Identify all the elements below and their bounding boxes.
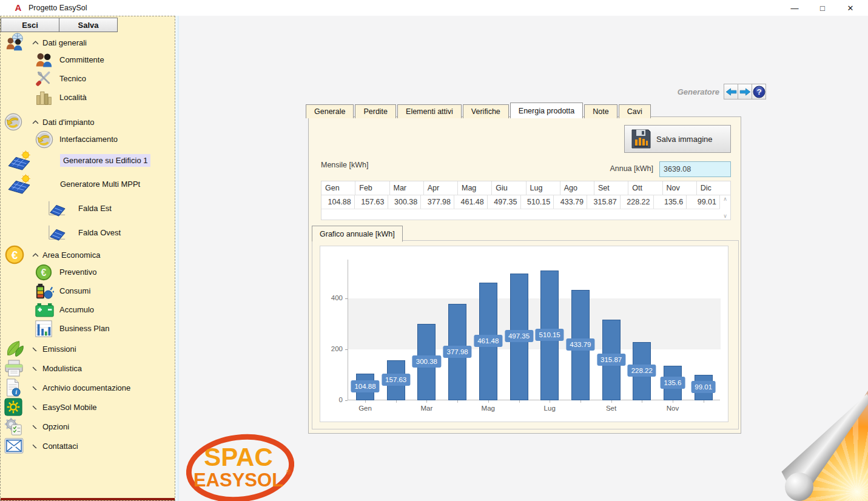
sidebar-section-archivio-documentazione: iArchivio documentazione: [1, 378, 175, 397]
curl-roll-end: [785, 472, 813, 501]
euro-green-icon: €: [35, 263, 55, 281]
chevron-down-icon[interactable]: [32, 386, 42, 390]
envelope-icon: [4, 437, 32, 454]
y-axis-tick-label: 0: [320, 396, 343, 403]
sidebar-item-dati-generali[interactable]: Dati generali: [1, 35, 175, 50]
tab-verifiche[interactable]: Verifiche: [463, 104, 509, 118]
chevron-down-icon[interactable]: [32, 405, 42, 409]
column-header: Ago: [560, 181, 594, 195]
sidebar-item-localit[interactable]: Località: [1, 88, 175, 107]
annual-chart-tab-label: Grafico annuale [kWh]: [320, 230, 395, 238]
tab-generale[interactable]: Generale: [306, 104, 354, 118]
sidebar-item-generatore-su-edificio-1[interactable]: Generatore su Edificio 1: [1, 149, 175, 172]
sidebar-item-label: Generatore Multi MPPt: [60, 180, 140, 189]
tab-cavi[interactable]: Cavi: [619, 104, 651, 118]
sidebar-item-falda-est[interactable]: Falda Est: [1, 196, 175, 220]
page-curl-decoration: [777, 388, 868, 501]
table-header-row: GenFebMarAprMagGiuLugAgoSetOttNovDic: [321, 181, 730, 195]
chevron-up-icon[interactable]: [32, 253, 42, 257]
chevron-up-icon[interactable]: [32, 120, 42, 124]
previous-generator-button[interactable]: [724, 84, 738, 99]
window-close-button[interactable]: ✕: [836, 1, 864, 15]
scroll-down-icon[interactable]: ∨: [723, 214, 727, 218]
bar-chart-icon: [35, 320, 55, 338]
x-axis-tick: [642, 400, 642, 403]
bar-value-label: 497.35: [505, 330, 533, 342]
annual-bar-chart: 0200400104.88Gen157.63300.38Mar377.98461…: [320, 246, 728, 422]
chevron-down-icon[interactable]: [32, 425, 42, 429]
annual-chart-tab[interactable]: Grafico annuale [kWh]: [312, 226, 403, 242]
column-header: Lug: [527, 181, 560, 195]
sidebar-item-contattaci[interactable]: Contattaci: [1, 436, 175, 456]
annual-kwh-input[interactable]: [659, 161, 731, 177]
sidebar-item-business-plan[interactable]: Business Plan: [1, 319, 175, 338]
clients-icon: [35, 52, 55, 69]
svg-text:€: €: [41, 267, 47, 277]
sidebar-item-easysol-mobile[interactable]: EasySol Mobile: [1, 397, 175, 417]
chevron-down-icon[interactable]: [32, 347, 42, 351]
tab-note[interactable]: Note: [584, 104, 617, 118]
scroll-up-icon[interactable]: ∧: [723, 197, 727, 201]
sidebar-item-tecnico[interactable]: Tecnico: [1, 69, 175, 88]
bar-value-label: 510.15: [536, 329, 564, 341]
sidebar-item-committente[interactable]: Committente: [1, 50, 175, 69]
sidebar-item-modulistica[interactable]: Modulistica: [1, 358, 175, 378]
window-minimize-button[interactable]: —: [781, 1, 809, 15]
help-button[interactable]: ?: [752, 84, 766, 99]
sidebar-item-generatore-multi-mppt[interactable]: Generatore Multi MPPt: [1, 172, 175, 196]
sidebar-item-preventivo[interactable]: €Preventivo: [1, 263, 175, 281]
sidebar-section-label: Opzioni: [42, 422, 69, 431]
annual-kwh-label: Annua [kWh]: [610, 164, 653, 173]
table-cell: 315.87: [587, 195, 621, 209]
help-icon: ?: [753, 86, 765, 98]
table-scrollbar[interactable]: ∧∨: [720, 195, 730, 220]
window-controls: —□✕: [781, 1, 868, 15]
sidebar-section-label: Dati d'impianto: [42, 118, 95, 127]
sidebar-item-dati-d-impianto[interactable]: Dati d'impianto: [1, 114, 175, 130]
x-axis-tick-label: Set: [596, 405, 627, 412]
sidebar-item-emissioni[interactable]: Emissioni: [1, 339, 175, 358]
tab-energia-prodotta[interactable]: Energia prodotta: [510, 103, 583, 118]
tab-perdite[interactable]: Perdite: [355, 104, 396, 118]
tab-elementi-attivi[interactable]: Elementi attivi: [397, 104, 462, 118]
gear-list-icon: [4, 417, 32, 436]
monthly-energy-table: GenFebMarAprMagGiuLugAgoSetOttNovDic104.…: [321, 181, 731, 220]
exit-button[interactable]: Esci: [1, 18, 59, 32]
y-axis-tick-label: 400: [320, 294, 343, 301]
save-image-button[interactable]: Salva immagine: [624, 125, 731, 153]
sidebar-item-interfacciamento[interactable]: Interfacciamento: [1, 130, 175, 149]
annual-chart-groupbox: 0200400104.88Gen157.63300.38Mar377.98461…: [312, 240, 739, 429]
sidebar-item-label: Business Plan: [59, 324, 109, 333]
save-button[interactable]: Salva: [59, 18, 118, 32]
chevron-up-icon[interactable]: [32, 41, 42, 45]
window-maximize-button[interactable]: □: [809, 1, 836, 15]
generator-nav-label: Generatore: [678, 87, 719, 96]
chevron-down-icon[interactable]: [32, 366, 42, 371]
table-cell: 104.88: [321, 195, 355, 209]
table-cell: 497.35: [488, 195, 521, 209]
chevron-down-icon[interactable]: [32, 444, 42, 448]
buildings-icon: [35, 89, 55, 106]
energy-produced-panel: Salva immagine Mensile [kWh] Annua [kWh]…: [308, 116, 741, 434]
generator-navigator: Generatore ?: [678, 84, 765, 99]
table-cell: 433.79: [554, 195, 587, 209]
battery-icon: [35, 301, 55, 318]
sidebar-section-label: Modulistica: [42, 364, 82, 373]
sidebar-item-label: Interfacciamento: [59, 135, 118, 144]
sidebar-item-consumi[interactable]: Consumi: [1, 281, 175, 300]
column-header: Mar: [390, 181, 424, 195]
sidebar-item-area-economica[interactable]: €Area Economica: [1, 247, 175, 263]
x-axis-tick: [426, 400, 427, 403]
bar-value-label: 99.01: [691, 381, 716, 393]
logo-text-easysol: EASYSOL: [193, 469, 283, 491]
sidebar-item-archivio-documentazione[interactable]: iArchivio documentazione: [1, 378, 175, 397]
table-cell: 135.6: [654, 195, 687, 209]
table-cell: 461.48: [454, 195, 488, 209]
sidebar-item-falda-ovest[interactable]: Falda Ovest: [1, 220, 175, 244]
sidebar-item-accumulo[interactable]: Accumulo: [1, 300, 175, 319]
next-generator-button[interactable]: [738, 84, 752, 99]
table-cell: 377.98: [421, 195, 454, 209]
x-axis-tick: [365, 400, 366, 403]
sidebar-item-opzioni[interactable]: Opzioni: [1, 417, 175, 436]
euro-coin-icon: €: [4, 244, 32, 265]
